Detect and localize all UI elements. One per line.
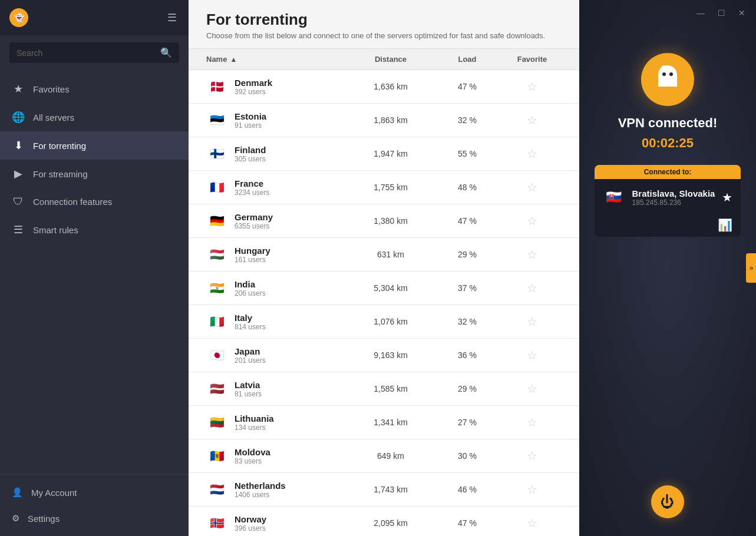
table-row[interactable]: 🇱🇻 Latvia 81 users 1,585 km 29 % ☆ bbox=[189, 372, 579, 406]
right-panel: — ☐ ✕ VPN connected! 00:02:25 Connected … bbox=[579, 0, 756, 536]
main-content: For torrenting Choose from the list belo… bbox=[189, 0, 579, 536]
country-cell: 🇯🇵 Japan 201 users bbox=[206, 345, 349, 366]
table-row[interactable]: 🇮🇳 India 206 users 5,304 km 37 % ☆ bbox=[189, 272, 579, 305]
favorite-button[interactable]: ☆ bbox=[527, 147, 537, 161]
name-column-header[interactable]: Name ▲ bbox=[206, 55, 349, 64]
favorite-cell: ☆ bbox=[503, 449, 562, 463]
country-flag: 🇮🇹 bbox=[206, 311, 227, 332]
table-row[interactable]: 🇳🇴 Norway 396 users 2,095 km 47 % ☆ bbox=[189, 507, 579, 536]
table-row[interactable]: 🇩🇰 Denmark 392 users 1,636 km 47 % ☆ bbox=[189, 70, 579, 104]
favorite-button[interactable]: ☆ bbox=[527, 449, 537, 463]
search-input[interactable] bbox=[16, 48, 156, 58]
sidebar-footer: 👤 My Account ⚙ Settings bbox=[0, 474, 189, 536]
torrenting-icon: ⬇ bbox=[12, 139, 25, 152]
country-flag: 🇩🇪 bbox=[206, 210, 227, 231]
account-icon: 👤 bbox=[12, 487, 23, 498]
load-value: 47 % bbox=[432, 216, 503, 226]
table-row[interactable]: 🇫🇷 France 3234 users 1,755 km 48 % ☆ bbox=[189, 171, 579, 204]
search-icon[interactable]: 🔍 bbox=[160, 47, 172, 58]
close-button[interactable]: ✕ bbox=[735, 7, 749, 19]
my-account-item[interactable]: 👤 My Account bbox=[0, 479, 189, 505]
sidebar-item-label: For streaming bbox=[33, 169, 88, 179]
favorite-button[interactable]: ☆ bbox=[527, 415, 537, 429]
load-value: 32 % bbox=[432, 115, 503, 125]
table-row[interactable]: 🇩🇪 Germany 6355 users 1,380 km 47 % ☆ bbox=[189, 204, 579, 238]
country-info: Latvia 81 users bbox=[235, 380, 262, 398]
hamburger-button[interactable]: ☰ bbox=[165, 9, 179, 27]
load-value: 48 % bbox=[432, 183, 503, 192]
load-value: 46 % bbox=[432, 485, 503, 494]
distance-column-header[interactable]: Distance bbox=[349, 55, 432, 64]
sidebar-item-label: Smart rules bbox=[33, 225, 78, 235]
sidebar-item-all-servers[interactable]: 🌐 All servers bbox=[0, 103, 189, 131]
svg-point-4 bbox=[662, 72, 666, 76]
main-header: For torrenting Choose from the list belo… bbox=[189, 0, 579, 49]
country-name: India bbox=[235, 279, 266, 289]
country-cell: 🇭🇺 Hungary 161 users bbox=[206, 244, 349, 265]
favorite-button[interactable]: ☆ bbox=[527, 516, 537, 530]
load-column-header[interactable]: Load bbox=[432, 55, 503, 64]
user-count: 91 users bbox=[235, 121, 266, 130]
power-button[interactable]: ⏻ bbox=[651, 485, 684, 518]
country-cell: 🇱🇹 Lithuania 134 users bbox=[206, 412, 349, 433]
favorite-cell: ☆ bbox=[503, 180, 562, 194]
sidebar-item-label: For torrenting bbox=[33, 141, 86, 151]
sidebar-item-for-streaming[interactable]: ▶ For streaming bbox=[0, 160, 189, 188]
favorite-cell: ☆ bbox=[503, 382, 562, 396]
country-flag: 🇪🇪 bbox=[206, 110, 227, 131]
server-table: Name ▲ Distance Load Favorite 🇩🇰 Denmark… bbox=[189, 49, 579, 536]
minimize-button[interactable]: — bbox=[693, 7, 708, 19]
distance-value: 1,585 km bbox=[349, 384, 432, 393]
country-info: Moldova 83 users bbox=[235, 447, 270, 465]
vpn-status: VPN connected! bbox=[618, 115, 718, 131]
country-name: Estonia bbox=[235, 111, 266, 121]
favorite-button[interactable]: ☆ bbox=[527, 482, 537, 497]
table-row[interactable]: 🇪🇪 Estonia 91 users 1,863 km 32 % ☆ bbox=[189, 104, 579, 137]
favorite-button[interactable]: ☆ bbox=[527, 214, 537, 228]
settings-icon: ⚙ bbox=[12, 513, 19, 524]
settings-item[interactable]: ⚙ Settings bbox=[0, 505, 189, 531]
distance-value: 1,341 km bbox=[349, 418, 432, 427]
sidebar-item-favorites[interactable]: ★ Favorites bbox=[0, 75, 189, 103]
country-info: Japan 201 users bbox=[235, 346, 266, 365]
favorite-cell: ☆ bbox=[503, 147, 562, 161]
sidebar-item-connection-features[interactable]: 🛡 Connection features bbox=[0, 188, 189, 216]
vpn-timer: 00:02:25 bbox=[642, 135, 694, 151]
country-flag: 🇮🇳 bbox=[206, 277, 227, 299]
stats-icon[interactable]: 📊 bbox=[718, 219, 732, 231]
load-value: 47 % bbox=[432, 82, 503, 91]
panel-content: VPN connected! 00:02:25 Connected to: 🇸🇰… bbox=[591, 18, 744, 237]
maximize-button[interactable]: ☐ bbox=[714, 7, 729, 19]
table-row[interactable]: 🇫🇮 Finland 305 users 1,947 km 55 % ☆ bbox=[189, 137, 579, 171]
country-cell: 🇪🇪 Estonia 91 users bbox=[206, 110, 349, 131]
user-count: 3234 users bbox=[235, 188, 269, 197]
country-info: Italy 814 users bbox=[235, 313, 266, 331]
table-row[interactable]: 🇯🇵 Japan 201 users 9,163 km 36 % ☆ bbox=[189, 339, 579, 372]
favorite-button[interactable]: ☆ bbox=[527, 113, 537, 127]
table-row[interactable]: 🇳🇱 Netherlands 1406 users 1,743 km 46 % … bbox=[189, 473, 579, 507]
table-row[interactable]: 🇭🇺 Hungary 161 users 631 km 29 % ☆ bbox=[189, 238, 579, 272]
favorite-button[interactable]: ☆ bbox=[527, 247, 537, 262]
favorite-button[interactable]: ☆ bbox=[527, 180, 537, 194]
distance-value: 649 km bbox=[349, 451, 432, 461]
country-cell: 🇮🇳 India 206 users bbox=[206, 277, 349, 299]
expand-panel-tab[interactable]: » bbox=[746, 253, 756, 283]
favorite-button[interactable]: ☆ bbox=[527, 315, 537, 329]
connected-info: 🇸🇰 Bratislava, Slovakia 185.245.85.236 ★ bbox=[595, 179, 741, 216]
table-row[interactable]: 🇱🇹 Lithuania 134 users 1,341 km 27 % ☆ bbox=[189, 406, 579, 439]
country-flag: 🇲🇩 bbox=[206, 445, 227, 466]
country-cell: 🇮🇹 Italy 814 users bbox=[206, 311, 349, 332]
page-title: For torrenting bbox=[206, 11, 562, 29]
favorite-button[interactable]: ☆ bbox=[527, 281, 537, 295]
favorite-button[interactable]: ☆ bbox=[527, 80, 537, 94]
favorite-cell: ☆ bbox=[503, 482, 562, 497]
vpn-logo bbox=[641, 53, 694, 106]
user-count: 201 users bbox=[235, 356, 266, 365]
connected-favorite-star[interactable]: ★ bbox=[722, 190, 732, 204]
favorite-button[interactable]: ☆ bbox=[527, 382, 537, 396]
favorite-button[interactable]: ☆ bbox=[527, 348, 537, 362]
sidebar-item-smart-rules[interactable]: ☰ Smart rules bbox=[0, 216, 189, 244]
sidebar-item-for-torrenting[interactable]: ⬇ For torrenting bbox=[0, 131, 189, 160]
table-row[interactable]: 🇮🇹 Italy 814 users 1,076 km 32 % ☆ bbox=[189, 305, 579, 339]
table-row[interactable]: 🇲🇩 Moldova 83 users 649 km 30 % ☆ bbox=[189, 439, 579, 473]
